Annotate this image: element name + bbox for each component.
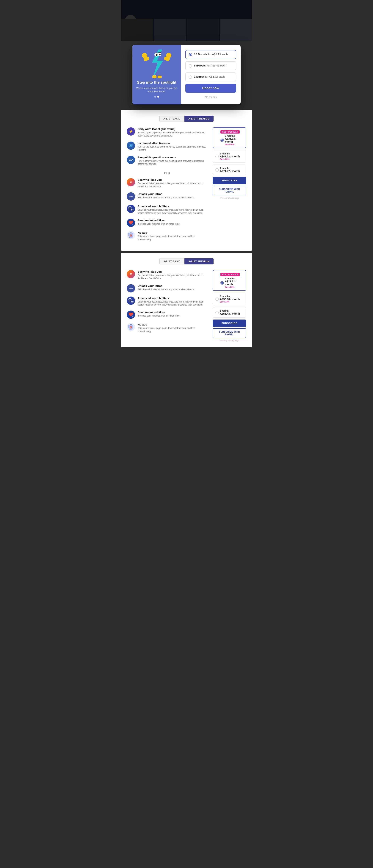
feature-title-search-filters: Advanced search filters bbox=[138, 205, 207, 208]
bg-photo-1 bbox=[121, 19, 153, 41]
feature-icon-qa: Q&A bbox=[127, 156, 135, 164]
svg-text:∞: ∞ bbox=[132, 316, 133, 318]
feature-icon-search bbox=[127, 205, 135, 213]
feature2-desc-search-filters: Search by attractiveness, body type, and… bbox=[138, 300, 207, 307]
feature-title-who-likes: See who likes you bbox=[138, 178, 207, 181]
feature-icon-no-ads bbox=[127, 231, 135, 239]
radio-5boosts bbox=[189, 64, 192, 68]
price-amount-3months-1: A$47.52 / month bbox=[220, 155, 240, 158]
feature-title-attractiveness: Increased attractiveness bbox=[138, 142, 207, 145]
boost-mascot bbox=[140, 47, 173, 80]
no-thanks-button[interactable]: No thanks bbox=[185, 94, 236, 100]
tab-basic-1[interactable]: A-LIST BASIC bbox=[160, 116, 184, 122]
feature-who-likes: ♥ See who likes you Get the full list of… bbox=[127, 178, 207, 188]
subscribe-paypal-btn-1[interactable]: SUBSCRIBE WITH PAYPAL bbox=[213, 186, 246, 195]
svg-text:Hello: Hello bbox=[129, 196, 133, 198]
feature-text-search-filters: Advanced search filters Search by attrac… bbox=[138, 205, 207, 215]
modal-left-panel: Step into the spotlight We've supercharg… bbox=[132, 45, 181, 104]
modal-title: Step into the spotlight bbox=[137, 80, 176, 85]
tab-basic-2[interactable]: A-LIST BASIC bbox=[160, 258, 184, 265]
price-duration-1month-2: 1 month bbox=[220, 310, 240, 312]
boost-5-price: for A$3.47 each bbox=[207, 64, 226, 67]
feature-icon-auto-boost: ⚡ bbox=[127, 127, 135, 135]
price-option-1month-1[interactable]: 1 month A$71.27 / month bbox=[213, 164, 246, 175]
feature-title-no-ads: No ads bbox=[138, 231, 207, 234]
feature-desc-auto-boost: Increase your popularity. Be seen by mor… bbox=[138, 131, 207, 137]
boost-option-10[interactable]: 10 Boosts for A$2.99 each bbox=[185, 50, 236, 59]
boost-option-5-text: 5 Boosts for A$3.47 each bbox=[194, 64, 226, 67]
price-duration-6months-2: 6 months bbox=[225, 277, 243, 280]
feature2-title-search-filters: Advanced search filters bbox=[138, 297, 207, 300]
svg-text:♥: ♥ bbox=[130, 180, 132, 184]
feature-text-no-ads: No ads This means faster page loads, few… bbox=[138, 231, 207, 241]
feature-text-attractiveness: Increased attractiveness Turn up the hea… bbox=[138, 142, 207, 152]
subscription-panel-1: A-LIST BASIC A-LIST PREMIUM ⚡ Daily Auto… bbox=[121, 110, 252, 251]
feature-text-auto-boost: Daily Auto Boost ($60 value) Increase yo… bbox=[138, 127, 207, 137]
price-radio-1month-2 bbox=[215, 311, 219, 314]
feature-desc-search-filters: Search by attractiveness, body type, and… bbox=[138, 209, 207, 215]
feature-intros: Hello Unlock your intros Skip the wait &… bbox=[127, 192, 207, 200]
feature2-text-no-ads: No ads This means faster page loads, few… bbox=[138, 323, 207, 333]
feature2-desc-intros: Skip the wait & view all the intros you'… bbox=[138, 288, 194, 291]
svg-point-10 bbox=[159, 54, 161, 56]
feature-title-auto-boost: Daily Auto Boost ($60 value) bbox=[138, 127, 207, 130]
subscribe-paypal-btn-2[interactable]: SUBSCRIBE WITH PAYPAL bbox=[213, 328, 246, 338]
feature2-search-filters: Advanced search filters Search by attrac… bbox=[127, 297, 207, 307]
feature2-text-who-likes: See who likes you Get the full list of p… bbox=[138, 270, 207, 280]
secure-text-1: This is a secure page bbox=[213, 197, 246, 199]
feature-desc-qa: How did they answer? See everyone's publ… bbox=[138, 159, 207, 166]
dot-1 bbox=[154, 96, 156, 98]
price-option-1month-2[interactable]: 1 month A$55.43 / month bbox=[213, 307, 246, 318]
modal-right-panel: 10 Boosts for A$2.99 each 5 Boosts for A… bbox=[181, 45, 241, 104]
price-radio-1month-1 bbox=[215, 168, 219, 172]
price-option-3months-1[interactable]: 3 months A$47.52 / month Save 33% bbox=[213, 150, 246, 163]
boost-option-1[interactable]: 1 Boost for A$4.72 each bbox=[185, 72, 236, 82]
price-save-6months-1: Save 50% bbox=[225, 143, 243, 146]
price-option-6months-2[interactable]: MOST POPULAR 6 months A$27.71 / month Sa… bbox=[213, 270, 246, 291]
bg-profile-info: 29 bbox=[125, 15, 141, 26]
feature-icon-who-likes: ♥ bbox=[127, 178, 135, 186]
svg-rect-6 bbox=[158, 75, 162, 78]
price-amount-3months-2: A$36.96 / month bbox=[220, 298, 240, 301]
subscribe-btn-1[interactable]: SUBSCRIBE bbox=[213, 177, 246, 184]
feature2-no-ads: No ads This means faster page loads, few… bbox=[127, 323, 207, 333]
feature2-who-likes: ♥ See who likes you Get the full list of… bbox=[127, 270, 207, 280]
feature-search-filters: Advanced search filters Search by attrac… bbox=[127, 205, 207, 215]
feature2-title-who-likes: See who likes you bbox=[138, 270, 207, 273]
feature-auto-boost: ⚡ Daily Auto Boost ($60 value) Increase … bbox=[127, 127, 207, 137]
svg-text:♥: ♥ bbox=[130, 272, 132, 276]
price-radio-6months-2 bbox=[221, 281, 224, 285]
feature2-icon-intros: Hello bbox=[127, 284, 135, 292]
price-radio-inner-6months-1 bbox=[221, 139, 223, 141]
feature-desc-no-ads: This means faster page loads, fewer dist… bbox=[138, 235, 207, 241]
price-option-6months-1[interactable]: MOST POPULAR 6 months A$35.63 / month Sa… bbox=[213, 127, 246, 148]
price-option-3months-2[interactable]: 3 months A$36.96 / month Save 33% bbox=[213, 292, 246, 305]
svg-point-9 bbox=[156, 54, 158, 56]
tab-premium-1[interactable]: A-LIST PREMIUM bbox=[184, 116, 213, 122]
feature-text-who-likes: See who likes you Get the full list of p… bbox=[138, 178, 207, 188]
bg-like-button: LIKE bbox=[238, 19, 246, 22]
boost-now-button[interactable]: Boost now bbox=[185, 84, 236, 93]
feature-desc-intros: Skip the wait & view all the intros you'… bbox=[138, 196, 194, 199]
subscribe-btn-2[interactable]: SUBSCRIBE bbox=[213, 319, 246, 327]
boost-1-price: for A$4.72 each bbox=[205, 75, 225, 78]
feature-icon-unlimited-likes: ∞ bbox=[127, 219, 135, 227]
feature-icon-attractiveness bbox=[127, 142, 135, 150]
boost-1-label: 1 Boost bbox=[194, 75, 204, 78]
feature2-icon-unlimited-likes: ∞ bbox=[127, 311, 135, 319]
bg-avatar bbox=[125, 15, 136, 26]
price-save-3months-2: Save 33% bbox=[220, 301, 240, 303]
price-radio-6months-1 bbox=[221, 138, 224, 142]
tab-premium-2[interactable]: A-LIST PREMIUM bbox=[184, 258, 213, 265]
most-popular-badge-2: MOST POPULAR bbox=[221, 273, 240, 276]
price-duration-3months-1: 3 months bbox=[220, 152, 240, 155]
feature2-unlimited-likes: ∞ Send unlimited likes Increase your mat… bbox=[127, 311, 207, 319]
feature2-text-search-filters: Advanced search filters Search by attrac… bbox=[138, 297, 207, 307]
price-save-3months-1: Save 33% bbox=[220, 158, 240, 160]
feature-title-intros: Unlock your intros bbox=[138, 192, 194, 195]
boost-5-label: 5 Boosts bbox=[194, 64, 206, 67]
feature-no-ads: No ads This means faster page loads, few… bbox=[127, 231, 207, 241]
price-amount-1month-2: A$55.43 / month bbox=[220, 312, 240, 315]
boost-option-5[interactable]: 5 Boosts for A$3.47 each bbox=[185, 61, 236, 70]
modal-dots bbox=[154, 96, 159, 98]
